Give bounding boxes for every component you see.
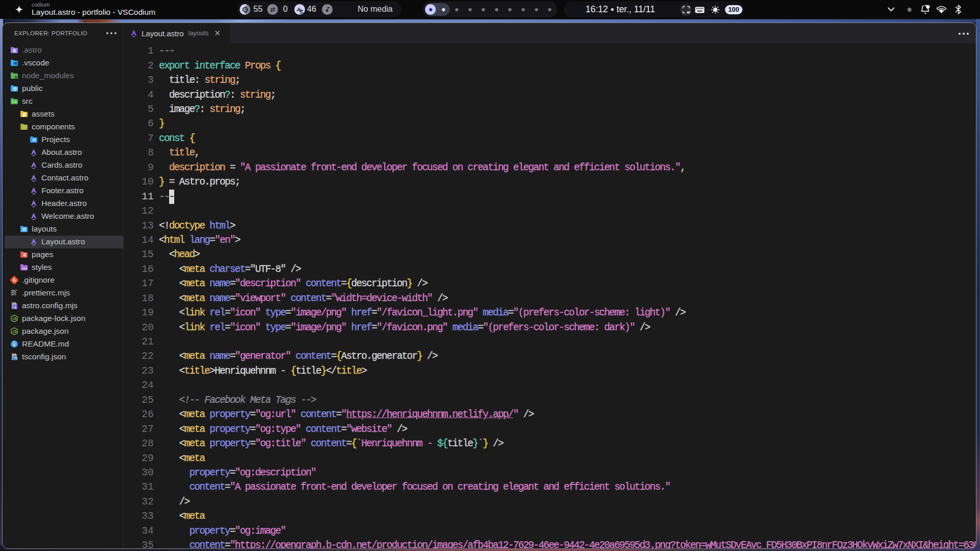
- svg-text:css: css: [22, 267, 27, 270]
- svg-text:JS: JS: [13, 317, 17, 320]
- svg-text:TS: TS: [14, 357, 17, 360]
- svg-text:JS: JS: [13, 330, 17, 333]
